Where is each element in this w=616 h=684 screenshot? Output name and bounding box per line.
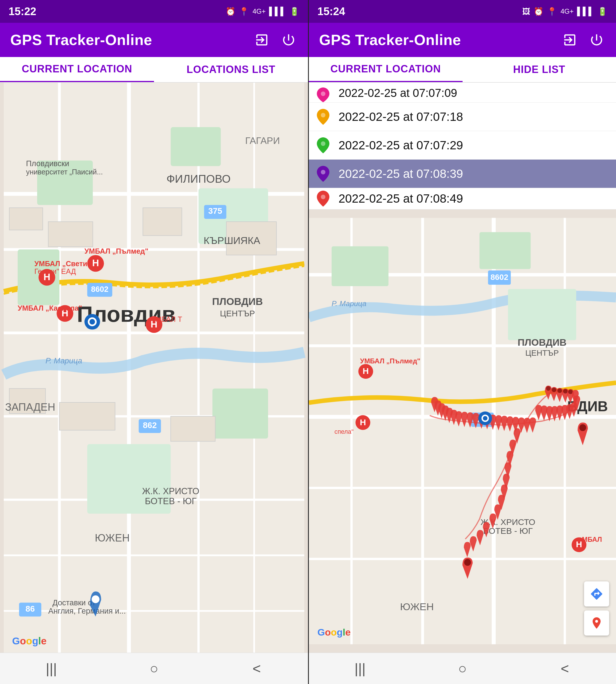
svg-point-68 xyxy=(321,113,325,117)
timestamp-5: 2022-02-25 at 07:08:49 xyxy=(338,192,463,205)
svg-rect-13 xyxy=(171,127,221,166)
timestamp-1: 2022-02-25 at 07:07:09 xyxy=(338,87,457,102)
right-phone-panel: 15:24 🖼 ⏰ 📍 4G+ ▌▌▌ 🔋 GPS Tracker-Online… xyxy=(308,0,616,684)
directions-btn[interactable] xyxy=(584,582,609,607)
svg-text:H: H xyxy=(92,258,99,268)
locations-list: 2022-02-25 at 07:07:09 2022-02-25 at 07:… xyxy=(309,83,616,209)
alarm-icon: ⏰ xyxy=(225,7,236,16)
alarm-icon-r: ⏰ xyxy=(533,7,544,16)
svg-text:Георги" ЕАД: Георги" ЕАД xyxy=(34,267,76,275)
left-menu-btn[interactable]: ||| xyxy=(40,657,63,680)
svg-text:УМБАЛ „Пълмед": УМБАЛ „Пълмед" xyxy=(360,357,420,365)
left-status-bar: 15:22 ⏰ 📍 4G+ ▌▌▌ 🔋 xyxy=(0,0,308,23)
svg-rect-82 xyxy=(332,246,389,286)
tab-current-location-right[interactable]: CURRENT LOCATION xyxy=(309,57,463,82)
left-app-header: GPS Tracker-Online xyxy=(0,23,308,57)
left-app-title: GPS Tracker-Online xyxy=(10,31,152,48)
svg-text:H: H xyxy=(363,366,369,375)
svg-text:Доставки от: Доставки от xyxy=(52,598,96,607)
pin-orange xyxy=(316,110,331,124)
left-exit-icon[interactable] xyxy=(253,31,271,49)
svg-text:Р. Марица: Р. Марица xyxy=(46,356,83,365)
svg-rect-17 xyxy=(213,388,268,439)
left-map-area[interactable]: 86 862 375 8602 ФИЛИПОВО ГАГАРИ КЪРШИЯКА… xyxy=(0,83,308,653)
google-maps-btn[interactable] xyxy=(584,611,609,636)
right-map-area[interactable]: 8602 862 ПЛОВДИВ ЦЕНТЪР ВДИВ ЮЖЕН H УМБА… xyxy=(309,209,616,653)
svg-point-110 xyxy=(464,559,471,566)
svg-point-69 xyxy=(321,141,325,146)
svg-text:Google: Google xyxy=(12,635,46,646)
svg-point-71 xyxy=(321,195,325,199)
network-icon: 4G+ xyxy=(252,7,265,15)
svg-text:Англия, Германия и...: Англия, Германия и... xyxy=(48,607,126,615)
svg-rect-83 xyxy=(479,232,531,269)
right-menu-btn[interactable]: ||| xyxy=(349,657,372,680)
svg-text:ЦЕНТЪР: ЦЕНТЪР xyxy=(220,309,255,318)
pin-red xyxy=(316,191,331,206)
signal-icon-r: ▌▌▌ xyxy=(577,7,594,16)
svg-rect-24 xyxy=(171,416,215,441)
image-icon: 🖼 xyxy=(522,7,530,16)
svg-text:БОТЕВ - ЮГ: БОТЕВ - ЮГ xyxy=(483,526,533,535)
svg-text:862: 862 xyxy=(143,421,157,430)
svg-point-70 xyxy=(321,170,325,175)
svg-text:8602: 8602 xyxy=(91,285,108,294)
location-icon: 📍 xyxy=(239,7,249,16)
right-tab-bar: CURRENT LOCATION HIDE LIST xyxy=(309,57,616,83)
pin-green xyxy=(316,138,331,153)
svg-text:Google: Google xyxy=(317,627,351,638)
right-home-btn[interactable]: ○ xyxy=(451,657,474,680)
pin-pink xyxy=(316,88,331,102)
right-nav-bar: ||| ○ < xyxy=(309,653,616,684)
network-icon-r: 4G+ xyxy=(560,7,573,15)
svg-point-67 xyxy=(321,91,325,96)
right-exit-icon[interactable] xyxy=(561,31,579,49)
right-app-header: GPS Tracker-Online xyxy=(309,23,616,57)
timestamp-3: 2022-02-25 at 07:07:29 xyxy=(338,138,463,152)
left-header-icons xyxy=(253,31,298,49)
svg-text:86: 86 xyxy=(26,604,35,613)
signal-icon: ▌▌▌ xyxy=(269,7,286,16)
svg-rect-19 xyxy=(48,222,93,247)
left-map-svg: 86 862 375 8602 ФИЛИПОВО ГАГАРИ КЪРШИЯКА… xyxy=(0,83,308,653)
right-back-btn[interactable]: < xyxy=(553,657,576,680)
location-item-4[interactable]: 2022-02-25 at 07:08:39 xyxy=(309,160,616,188)
svg-rect-20 xyxy=(143,208,182,236)
svg-text:Ж.К. ХРИСТО: Ж.К. ХРИСТО xyxy=(142,486,199,496)
svg-text:H: H xyxy=(576,540,582,549)
tab-current-location-left[interactable]: CURRENT LOCATION xyxy=(0,57,154,82)
left-home-btn[interactable]: ○ xyxy=(142,657,166,680)
svg-point-108 xyxy=(563,389,568,393)
svg-text:МБАЛ Т: МБАЛ Т xyxy=(155,315,182,323)
left-back-btn[interactable]: < xyxy=(245,657,268,680)
battery-icon: 🔋 xyxy=(289,7,300,16)
left-power-icon[interactable] xyxy=(280,31,298,49)
svg-text:375: 375 xyxy=(208,206,222,215)
battery-icon-r: 🔋 xyxy=(597,7,608,16)
svg-text:УМБАЛ „Свети: УМБАЛ „Свети xyxy=(34,260,87,268)
svg-point-107 xyxy=(557,388,562,393)
svg-text:ЮЖЕН: ЮЖЕН xyxy=(95,532,130,544)
tab-hide-list[interactable]: HIDE LIST xyxy=(463,57,616,82)
tab-locations-list[interactable]: LOCATIONS LIST xyxy=(154,57,308,82)
location-item-1[interactable]: 2022-02-25 at 07:07:09 xyxy=(309,83,616,102)
location-item-2[interactable]: 2022-02-25 at 07:07:18 xyxy=(309,102,616,131)
svg-text:8602: 8602 xyxy=(490,273,508,281)
location-item-5[interactable]: 2022-02-25 at 07:08:49 xyxy=(309,188,616,209)
svg-text:ЗАПАДЕН: ЗАПАДЕН xyxy=(5,401,55,413)
timestamp-2: 2022-02-25 at 07:07:18 xyxy=(338,110,463,124)
svg-rect-84 xyxy=(508,289,576,340)
right-map-svg: 8602 862 ПЛОВДИВ ЦЕНТЪР ВДИВ ЮЖЕН H УМБА… xyxy=(309,209,616,653)
location-item-3[interactable]: 2022-02-25 at 07:07:29 xyxy=(309,131,616,160)
svg-text:БОТЕВ - ЮГ: БОТЕВ - ЮГ xyxy=(145,496,197,506)
svg-text:МБАЛ: МБАЛ xyxy=(582,535,602,543)
svg-point-64 xyxy=(90,319,95,325)
timestamp-4: 2022-02-25 at 07:08:39 xyxy=(338,167,463,181)
svg-point-111 xyxy=(579,424,586,431)
svg-text:Р. Марица: Р. Марица xyxy=(332,299,367,307)
svg-point-105 xyxy=(546,386,551,391)
svg-text:Пловдивски: Пловдивски xyxy=(26,159,69,168)
svg-text:ФИЛИПОВО: ФИЛИПОВО xyxy=(167,173,231,185)
right-power-icon[interactable] xyxy=(588,31,606,49)
right-time: 15:24 xyxy=(317,5,345,18)
